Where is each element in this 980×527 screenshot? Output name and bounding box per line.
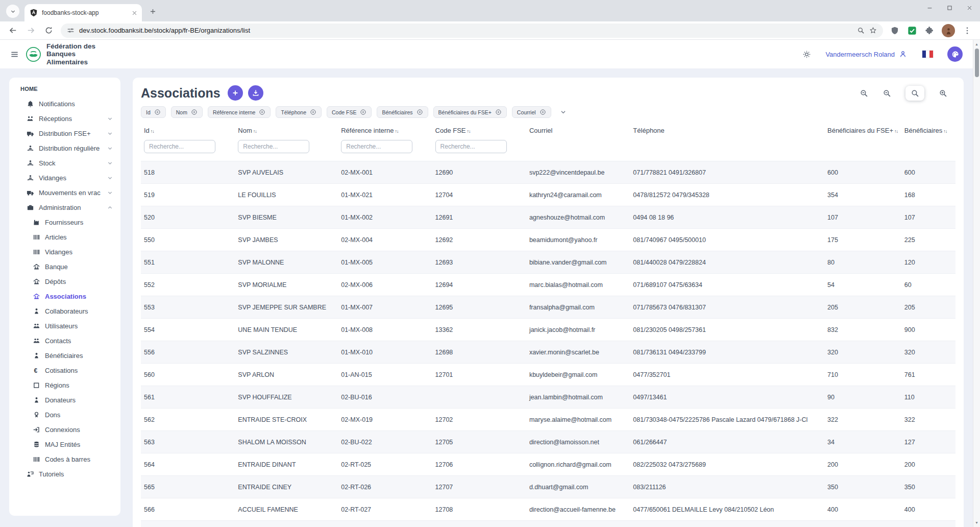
- search-icon[interactable]: [857, 27, 865, 34]
- search-toggle-button[interactable]: [905, 86, 924, 101]
- site-settings-icon[interactable]: [67, 27, 75, 34]
- sort-icon[interactable]: ↑↓: [943, 129, 947, 134]
- minimize-window-button[interactable]: [926, 5, 933, 11]
- cell-courriel: agneshouze@hotmail.com: [526, 206, 630, 229]
- search-id-input[interactable]: [144, 140, 215, 153]
- reload-button[interactable]: [44, 26, 53, 35]
- sidebar-item-beneficiaires[interactable]: Bénéficiaires: [9, 348, 120, 363]
- remove-filter-icon[interactable]: [310, 109, 316, 115]
- column-header-beneficiaires[interactable]: Bénéficiaires↑↓: [901, 123, 955, 139]
- filter-chip[interactable]: Id: [141, 106, 166, 118]
- browser-profile-avatar[interactable]: [942, 24, 955, 37]
- remove-filter-icon[interactable]: [154, 109, 161, 115]
- add-association-button[interactable]: [228, 85, 243, 101]
- sidebar-item-associations[interactable]: Associations: [9, 289, 120, 304]
- sidebar-item-mouvements-en-vrac[interactable]: Mouvements en vrac: [9, 185, 120, 200]
- filter-chip[interactable]: Nom: [171, 106, 203, 118]
- cell-courriel: marc.bialas@hotmail.com: [526, 274, 630, 296]
- remove-filter-icon[interactable]: [495, 109, 502, 115]
- scroll-up-arrow[interactable]: ▲: [975, 42, 978, 46]
- sidebar-item-fournisseurs[interactable]: Fournisseurs: [9, 215, 120, 230]
- extensions-icon[interactable]: [925, 26, 934, 35]
- cell-telephone: 071/778821 0491/326807: [630, 161, 824, 184]
- adblock-extension-icon[interactable]: [890, 26, 899, 35]
- filter-chip[interactable]: Référence interne: [208, 106, 271, 118]
- remove-filter-icon[interactable]: [191, 109, 198, 115]
- sidebar-item-contacts[interactable]: Contacts: [9, 333, 120, 348]
- search-nom-input[interactable]: [238, 140, 309, 153]
- sidebar-item-regions[interactable]: Régions: [9, 378, 120, 393]
- menu-toggle-button[interactable]: [10, 50, 19, 59]
- theme-palette-button[interactable]: [947, 46, 963, 62]
- new-tab-button[interactable]: [146, 5, 159, 18]
- filters-expand-button[interactable]: [559, 108, 567, 116]
- sidebar-item-maj-entites[interactable]: MAJ Entités: [9, 437, 120, 452]
- extension-check-icon[interactable]: [908, 26, 917, 35]
- maximize-window-button[interactable]: [946, 5, 953, 11]
- scroll-down-arrow[interactable]: ▼: [975, 521, 978, 524]
- filter-chip[interactable]: Bénéficiaires du FSE+: [433, 106, 507, 118]
- sidebar-item-utilisateurs[interactable]: Utilisateurs: [9, 319, 120, 333]
- browser-menu-icon[interactable]: [963, 26, 972, 35]
- search-reference-interne-input[interactable]: [341, 140, 412, 153]
- remove-filter-icon[interactable]: [259, 109, 265, 115]
- address-bar[interactable]: dev.stock.foodbanksit.be/stock/app/fr-BE…: [61, 23, 883, 38]
- sidebar-item-collaborateurs[interactable]: Collaborateurs: [9, 304, 120, 319]
- sidebar-item-distribution-fse[interactable]: Distribution FSE+: [9, 126, 120, 141]
- filter-chip[interactable]: Téléphone: [276, 106, 322, 118]
- scrollbar-thumb[interactable]: [975, 49, 979, 77]
- cell-id: 565: [141, 476, 235, 498]
- sidebar-item-cotisations[interactable]: €Cotisations: [9, 363, 120, 378]
- filter-chip[interactable]: Bénéficiaires: [377, 106, 428, 118]
- sidebar-item-donateurs[interactable]: Donateurs: [9, 393, 120, 408]
- remove-filter-icon[interactable]: [360, 109, 366, 115]
- sidebar-item-vidanges[interactable]: Vidanges: [9, 171, 120, 185]
- filter-chip[interactable]: Courriel: [512, 106, 551, 118]
- close-tab-icon[interactable]: [131, 10, 138, 16]
- back-button[interactable]: [9, 26, 17, 35]
- sidebar-item-vidanges-admin[interactable]: Vidanges: [9, 245, 120, 259]
- sidebar-item-distribution-reguliere[interactable]: Distribution régulière: [9, 141, 120, 156]
- sort-icon[interactable]: ↑↓: [467, 129, 471, 134]
- column-header-id[interactable]: Id↑↓: [141, 123, 235, 139]
- sort-icon[interactable]: ↑↓: [151, 129, 154, 134]
- scrollbar[interactable]: ▲ ▼: [973, 40, 980, 527]
- sort-icon[interactable]: ↑↓: [395, 129, 399, 134]
- theme-toggle-button[interactable]: [802, 50, 811, 59]
- user-menu[interactable]: Vandermeersch Roland: [825, 51, 895, 58]
- zoom-in-icon[interactable]: [939, 89, 947, 98]
- sidebar-item-connexions[interactable]: Connexions: [9, 422, 120, 437]
- bookmark-icon[interactable]: [869, 27, 877, 34]
- sidebar-item-tutoriels[interactable]: Tutoriels: [9, 467, 120, 482]
- sidebar-item-banque[interactable]: Banque: [9, 259, 120, 274]
- remove-filter-icon[interactable]: [416, 109, 423, 115]
- sidebar-item-label: Distribution régulière: [39, 145, 100, 152]
- sidebar-item-stock[interactable]: Stock: [9, 156, 120, 171]
- cell-nom: SVP ARLON: [235, 364, 338, 386]
- tab-search-button[interactable]: [6, 5, 19, 18]
- remove-filter-icon[interactable]: [540, 109, 546, 115]
- sidebar-item-articles[interactable]: Articles: [9, 230, 120, 245]
- zoom-out-icon[interactable]: [883, 89, 891, 98]
- sidebar-item-codes-a-barres[interactable]: Codes à barres: [9, 452, 120, 467]
- column-header-nom[interactable]: Nom↑↓: [235, 123, 338, 139]
- filter-chip[interactable]: Code FSE: [327, 106, 372, 118]
- close-window-button[interactable]: [966, 5, 973, 11]
- sidebar-item-depots[interactable]: Dépôts: [9, 274, 120, 289]
- sidebar-item-notifications[interactable]: Notifications: [9, 97, 120, 111]
- sort-icon[interactable]: ↑↓: [894, 129, 898, 134]
- sidebar-item-receptions[interactable]: Réceptions: [9, 111, 120, 126]
- sort-icon[interactable]: ↑↓: [253, 129, 257, 134]
- filter-chip-label: Courriel: [517, 109, 536, 115]
- column-header-code-fse[interactable]: Code FSE↑↓: [432, 123, 526, 139]
- column-header-beneficiaires-fse[interactable]: Bénéficiaires du FSE+↑↓: [824, 123, 901, 139]
- export-download-button[interactable]: [248, 85, 263, 101]
- browser-tab[interactable]: foodbanks-stock-app: [24, 4, 142, 21]
- search-code-fse-input[interactable]: [435, 140, 507, 153]
- column-header-reference-interne[interactable]: Référence interne↑↓: [338, 123, 432, 139]
- language-flag-france[interactable]: [922, 51, 933, 58]
- forward-button[interactable]: [27, 26, 35, 35]
- zoom-out-icon[interactable]: [860, 89, 868, 98]
- sidebar-item-dons[interactable]: Dons: [9, 408, 120, 422]
- sidebar-item-administration[interactable]: Administration: [9, 200, 120, 215]
